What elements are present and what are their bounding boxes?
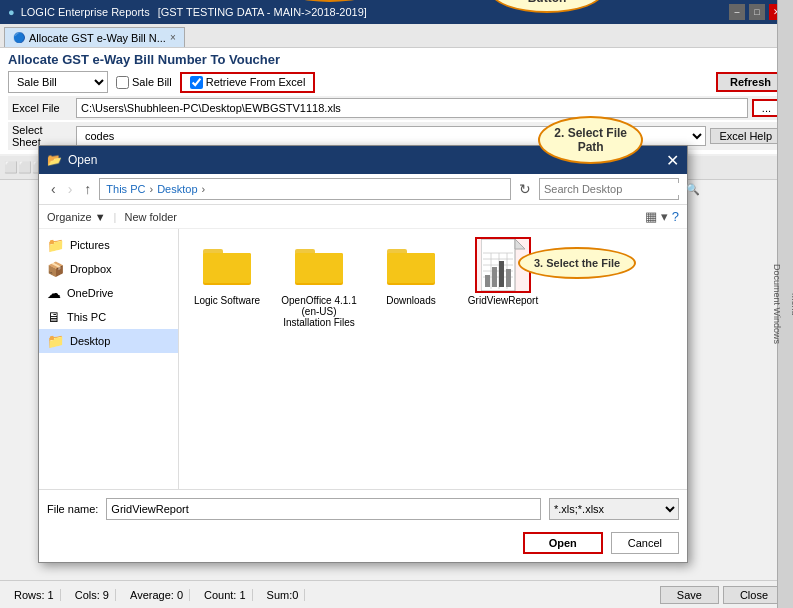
file-area: Logic Software OpenOffice 4.1.1 (en-US) … [179,229,687,489]
forward-button[interactable]: › [64,179,77,199]
right-sidebar-docwindows: Document Windows [772,264,782,344]
dialog-icon: 📂 [47,153,62,167]
dialog-action-buttons: Open Cancel [39,528,687,562]
excel-file-icon [475,237,531,293]
retrieve-checkbox[interactable] [190,76,203,89]
sidebar-item-desktop[interactable]: 📁 Desktop [39,329,178,353]
search-box: 🔍 [539,178,679,200]
excel-file-path-input[interactable] [76,98,748,118]
organize-bar: Organize ▼ | New folder ▦ ▾ ? [39,205,687,229]
tab-icon: 🔵 [13,32,25,43]
open-dialog: 📂 Open ✕ ‹ › ↑ This PC › Desktop › ↻ 🔍 [38,145,688,563]
svg-rect-22 [499,261,504,287]
folder-icon-logic [199,237,255,293]
status-sum: Sum:0 [261,589,306,601]
folder-icon-openoffice [291,237,347,293]
app-name: LOGIC Enterprise Reports [21,6,150,18]
callout-3: 3. Select the File [518,247,636,279]
maximize-button[interactable]: □ [749,4,765,20]
form-section: Allocate GST e-Way Bill Number To Vouche… [0,48,793,154]
svg-rect-21 [492,267,497,287]
svg-rect-8 [387,253,435,283]
folder-label-logic: Logic Software [194,295,260,306]
dialog-toolbar: ‹ › ↑ This PC › Desktop › ↻ 🔍 [39,174,687,205]
folder-icon-downloads [383,237,439,293]
file-gridviewreport[interactable]: GridViewReport 3. Select the File [463,237,543,328]
bc-desktop[interactable]: Desktop [157,183,197,195]
minimize-button[interactable]: – [729,4,745,20]
svg-rect-5 [295,253,343,283]
filetype-select[interactable]: *.xls;*.xlsx [549,498,679,520]
dialog-body: 📁 Pictures 📦 Dropbox ☁ OneDrive 🖥 This P… [39,229,687,489]
view-toggle-button[interactable]: ▦ [645,209,657,224]
svg-rect-20 [485,275,490,287]
sidebar-item-onedrive[interactable]: ☁ OneDrive [39,281,178,305]
main-tab[interactable]: 🔵 Allocate GST e-Way Bill N... × [4,27,185,47]
back-button[interactable]: ‹ [47,179,60,199]
help-button[interactable]: ? [672,209,679,224]
thispc-icon: 🖥 [47,309,61,325]
status-action-buttons: Save Close [660,586,785,604]
up-button[interactable]: ↑ [80,179,95,199]
new-folder-button[interactable]: New folder [124,211,177,223]
file-label-gridviewreport: GridViewReport [468,295,538,306]
sale-bill-checkbox[interactable] [116,76,129,89]
folder-label-openoffice: OpenOffice 4.1.1 (en-US) Installation Fi… [279,295,359,328]
refresh-path-button[interactable]: ↻ [515,179,535,199]
status-average: Average: 0 [124,589,190,601]
svg-rect-2 [203,253,251,283]
dropbox-icon: 📦 [47,261,64,277]
dialog-footer: File name: *.xls;*.xlsx [39,489,687,528]
excel-help-button[interactable]: Excel Help [710,128,781,144]
refresh-button[interactable]: Refresh [716,72,785,92]
dialog-titlebar: 📂 Open ✕ [39,146,687,174]
filename-input[interactable] [106,498,541,520]
status-bar: Rows: 1 Cols: 9 Average: 0 Count: 1 Sum:… [0,580,793,608]
folder-openoffice[interactable]: OpenOffice 4.1.1 (en-US) Installation Fi… [279,237,359,328]
sale-bill-checkbox-label: Sale Bill [116,76,172,89]
dialog-sidebar: 📁 Pictures 📦 Dropbox ☁ OneDrive 🖥 This P… [39,229,179,489]
save-button[interactable]: Save [660,586,719,604]
view-buttons: ▦ ▾ ? [645,209,679,224]
close-button[interactable]: Close [723,586,785,604]
retrieve-from-excel-button[interactable]: Retrieve From Excel [180,72,316,93]
cancel-button[interactable]: Cancel [611,532,679,554]
form-title: Allocate GST e-Way Bill Number To Vouche… [8,52,785,67]
sheet-select[interactable]: codes [76,126,706,146]
search-icon: 🔍 [686,183,700,196]
excel-file-label: Excel File [12,102,72,114]
sidebar-item-dropbox[interactable]: 📦 Dropbox [39,257,178,281]
status-count: Count: 1 [198,589,253,601]
folder-logic-software[interactable]: Logic Software [187,237,267,328]
dialog-close-button[interactable]: ✕ [666,151,679,170]
organize-button[interactable]: Organize ▼ [47,211,106,223]
desktop-folder-icon: 📁 [47,333,64,349]
tab-close-icon[interactable]: × [170,32,176,43]
filename-label: File name: [47,503,98,515]
sidebar-item-pictures[interactable]: 📁 Pictures [39,233,178,257]
svg-rect-23 [506,269,511,287]
dialog-title: Open [68,153,666,167]
breadcrumb: This PC › Desktop › [99,178,511,200]
bc-this-pc[interactable]: This PC [106,183,145,195]
onedrive-icon: ☁ [47,285,61,301]
tab-label: Allocate GST e-Way Bill N... [29,32,166,44]
view-size-button[interactable]: ▾ [661,209,668,224]
folder-downloads[interactable]: Downloads [371,237,451,328]
tab-bar: 🔵 Allocate GST e-Way Bill N... × 1. Clic… [0,24,793,48]
status-rows: Rows: 1 [8,589,61,601]
status-cols: Cols: 9 [69,589,116,601]
title-bar: ● LOGIC Enterprise Reports [GST TESTING … [0,0,793,24]
right-sidebar: Menu Document Windows [777,0,793,608]
folder-label-downloads: Downloads [386,295,435,306]
window-title: [GST TESTING DATA - MAIN->2018-2019] [158,6,367,18]
folder-icon: 📁 [47,237,64,253]
right-sidebar-menu: Menu [790,293,794,316]
app-logo: ● [8,6,15,18]
sidebar-item-thispc[interactable]: 🖥 This PC [39,305,178,329]
sale-bill-select[interactable]: Sale Bill [8,71,108,93]
open-button[interactable]: Open [523,532,603,554]
search-input[interactable] [544,183,682,195]
